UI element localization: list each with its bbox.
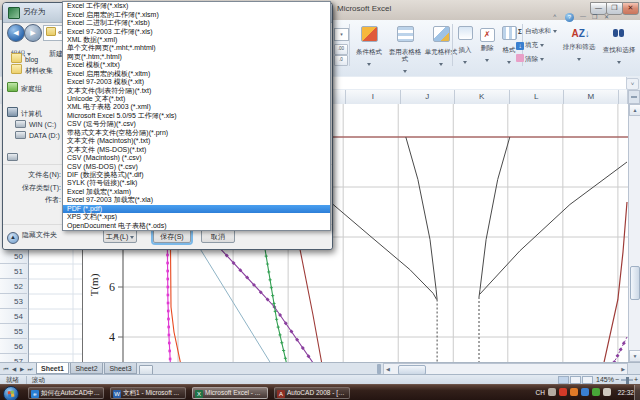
format-option[interactable]: 网页(*.htm;*.html) [63,53,330,61]
format-option[interactable]: OpenDocument 电子表格(*.ods) [63,221,330,229]
format-option[interactable]: Excel 97-2003 模板(*.xlt) [63,78,330,86]
find-select-button[interactable]: 查找和选择 [600,23,638,75]
row-header-53[interactable]: 53 [0,294,27,309]
format-option[interactable]: Excel 二进制工作簿(*.xlsb) [63,19,330,27]
sidebar-item[interactable] [7,152,21,163]
row-header-55[interactable]: 55 [0,324,27,339]
format-option[interactable]: Excel 模板(*.xltx) [63,61,330,69]
taskbar-button-ie[interactable]: e如何在AutoCAD中... [28,387,104,399]
sidebar-item-[interactable]: 计算机 [7,107,42,118]
green-status-icon[interactable] [592,388,600,396]
forward-button[interactable]: ▶ [24,24,42,42]
vertical-scrollbar[interactable]: ▲ ▼ [628,104,640,362]
workbook-close-icon[interactable]: ✕ [604,13,609,20]
network-icon[interactable] [603,388,611,396]
format-option[interactable]: 文本文件 (MS-DOS)(*.txt) [63,145,330,153]
column-header[interactable] [619,90,629,104]
row-header-57[interactable]: 57 [0,354,27,362]
row-header-51[interactable]: 51 [0,264,27,279]
tools-button[interactable]: 工具(L) [103,229,137,243]
column-header-K[interactable]: K [455,90,510,104]
zoom-slider[interactable] [621,379,633,381]
delete-cells-button[interactable]: ✗ 删除 [477,23,497,75]
printer-icon[interactable] [548,388,556,396]
vertical-scroll-thumb[interactable] [630,266,640,300]
decrease-decimal-icon[interactable]: .0 [334,55,348,66]
page-layout-view-button[interactable] [570,376,581,384]
workbook-minimize-icon[interactable]: — [580,13,586,19]
sheet-tab-sheet1[interactable]: Sheet1 [36,363,69,374]
scroll-up-icon[interactable]: ▲ [629,104,640,116]
next-sheet-icon[interactable]: ▶ [18,364,26,374]
row-header-56[interactable]: 56 [0,339,27,354]
format-option[interactable]: CSV (Macintosh) (*.csv) [63,154,330,162]
column-header-J[interactable]: J [401,90,456,104]
taskbar-button-autocad[interactable]: AAutoCAD 2008 - [D... [274,387,350,399]
taskbar-button-excel[interactable]: XMicrosoft Excel - ... [192,387,268,399]
prev-sheet-icon[interactable]: ◀ [10,364,18,374]
format-option[interactable]: 文本文件 (Macintosh)(*.txt) [63,137,330,145]
zoom-out-icon[interactable]: − [615,376,619,383]
column-header-M[interactable]: M [564,90,619,104]
last-sheet-icon[interactable]: ⏭ [26,364,34,374]
scroll-right-icon[interactable]: ▶ [621,366,625,372]
clock[interactable]: 22:32 [618,389,634,396]
sidebar-item-datad[interactable]: DATA (D:) [15,130,60,141]
normal-view-button[interactable] [558,376,569,384]
workbook-restore-icon[interactable]: ❐ [592,13,597,20]
ribbon-minimize-icon[interactable]: ˄ [553,13,557,19]
format-option[interactable]: XPS 文档(*.xps) [63,213,330,221]
format-option[interactable]: XML 数据(*.xml) [63,36,330,44]
format-option[interactable]: Excel 工作簿(*.xlsx) [63,2,330,10]
zoom-in-icon[interactable]: + [634,376,638,383]
increase-decimal-icon[interactable]: .00 [334,44,348,55]
format-option[interactable]: 单个文件网页(*.mht;*.mhtml) [63,44,330,52]
red-status-icon[interactable] [559,388,567,396]
address-bar[interactable]: « 用 [43,25,64,41]
format-option[interactable]: SYLK (符号链接)(*.slk) [63,179,330,187]
insert-cells-button[interactable]: 插入 [455,23,475,75]
autosum-button[interactable]: Σ自动求和 [516,25,558,37]
format-option[interactable]: Excel 启用宏的模板(*.xltm) [63,70,330,78]
show-desktop-button[interactable] [634,385,640,400]
format-option[interactable]: PDF (*.pdf) [63,205,330,213]
format-option[interactable]: 文本文件(制表符分隔)(*.txt) [63,86,330,94]
number-format-dropdown[interactable]: ▾ [334,28,349,41]
hide-folders-button[interactable]: ▲隐藏文件夹 [7,230,57,244]
format-option[interactable]: Excel 97-2003 工作簿(*.xls) [63,27,330,35]
format-option[interactable]: XML 电子表格 2003 (*.xml) [63,103,330,111]
column-header-I[interactable]: I [346,90,401,104]
sheet-tab-sheet3[interactable]: Sheet3 [104,363,137,374]
row-header-54[interactable]: 54 [0,309,27,324]
vertical-split-box[interactable] [628,90,640,104]
format-option[interactable]: Microsoft Excel 5.0/95 工作簿(*.xls) [63,112,330,120]
sheet-tab-sheet2[interactable]: Sheet2 [70,363,103,374]
format-option[interactable]: Excel 97-2003 加载宏(*.xla) [63,196,330,204]
formula-bar-expand-icon[interactable]: ˅ [626,78,639,90]
format-option[interactable]: CSV (逗号分隔)(*.csv) [63,120,330,128]
format-option[interactable]: 带格式文本文件(空格分隔)(*.prn) [63,129,330,137]
help-icon[interactable]: ? [565,13,574,22]
tab-split-handle[interactable] [377,364,381,374]
input-language-indicator[interactable]: CH [536,389,545,396]
row-header-52[interactable]: 52 [0,279,27,294]
format-option[interactable]: DIF (数据交换格式)(*.dif) [63,171,330,179]
sidebar-item-[interactable]: 家庭组 [7,82,42,93]
orange-status-icon[interactable] [570,388,578,396]
close-button[interactable]: ✕ [622,2,639,15]
sidebar-item-blog[interactable]: blog [11,53,38,64]
back-button[interactable]: ◀ [7,24,25,42]
save-button[interactable]: 保存(S) [153,229,191,243]
clear-button[interactable]: 清除 [516,53,558,65]
sidebar-item-winc[interactable]: WIN (C:) [15,119,56,130]
sort-filter-button[interactable]: AZ↓ 排序和筛选 [560,23,598,75]
fill-button[interactable]: ↓填充 [516,39,558,51]
format-option[interactable]: CSV (MS-DOS) (*.csv) [63,162,330,170]
row-header-50[interactable]: 50 [0,249,27,264]
zoom-level[interactable]: 145% [596,376,614,383]
first-sheet-icon[interactable]: ⏮ [2,364,10,374]
messenger-icon[interactable] [581,388,589,396]
taskbar-button-word[interactable]: W文档1 - Microsoft ... [110,387,186,399]
sidebar-item-[interactable]: 材料收集 [11,64,53,75]
start-button[interactable] [3,386,19,400]
